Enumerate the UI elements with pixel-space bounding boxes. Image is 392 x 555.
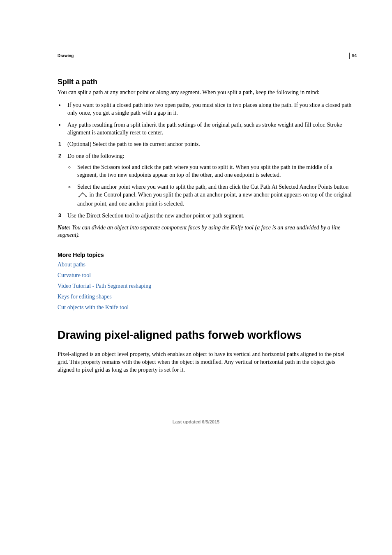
step-item: 1 (Optional) Select the path to see its …	[58, 141, 353, 148]
related-link[interactable]: About paths	[58, 261, 85, 268]
step-number: 2	[58, 153, 61, 159]
substep-text-after: in the Control panel. When you split the…	[77, 192, 352, 207]
related-link[interactable]: Video Tutorial - Path Segment reshaping	[58, 283, 151, 289]
page-number: 94	[349, 53, 357, 59]
step-text: (Optional) Select the path to see its cu…	[67, 141, 353, 148]
step-number: 1	[58, 141, 61, 147]
substep-text-before: Select the anchor point where you want t…	[77, 184, 348, 190]
substep-item: Select the anchor point where you want t…	[75, 183, 353, 208]
step-text: Use the Direct Selection tool to adjust …	[67, 212, 353, 220]
section-heading: Split a path	[58, 78, 353, 86]
related-link[interactable]: Cut objects with the Knife tool	[58, 304, 129, 310]
related-link[interactable]: Keys for editing shapes	[58, 294, 112, 300]
related-heading: More Help topics	[58, 252, 353, 258]
intro-bullet: If you want to split a closed path into …	[65, 102, 353, 117]
step-item: 3 Use the Direct Selection tool to adjus…	[58, 212, 353, 220]
note-body: You can divide an object into separate c…	[58, 224, 340, 238]
svg-rect-1	[85, 196, 87, 197]
intro-bullet: Any paths resulting from a split inherit…	[65, 121, 353, 137]
next-section-heading: Drawing pixel-aligned paths forweb workf…	[58, 329, 353, 342]
svg-rect-2	[78, 196, 80, 197]
step-substeps: Select the Scissors tool and click the p…	[67, 164, 353, 208]
related-links: About paths Curvature tool Video Tutoria…	[58, 261, 353, 311]
steps-list: 1 (Optional) Select the path to see its …	[58, 141, 353, 220]
substep-item: Select the Scissors tool and click the p…	[75, 164, 353, 179]
related-link[interactable]: Curvature tool	[58, 272, 91, 278]
note: Note: You can divide an object into sepa…	[58, 224, 353, 240]
step-item: 2 Do one of the following: Select the Sc…	[58, 153, 353, 208]
intro-bullets: If you want to split a closed path into …	[58, 102, 353, 137]
section-intro: You can split a path at any anchor point…	[58, 89, 353, 97]
footer-last-updated: Last updated 6/5/2015	[0, 419, 392, 424]
cut-path-icon	[78, 192, 87, 200]
step-number: 3	[58, 212, 61, 219]
note-label: Note:	[58, 224, 71, 231]
next-section-body: Pixel-aligned is an object level propert…	[58, 351, 353, 374]
step-text: Do one of the following:	[67, 153, 353, 160]
chapter-label: Drawing	[58, 53, 353, 58]
